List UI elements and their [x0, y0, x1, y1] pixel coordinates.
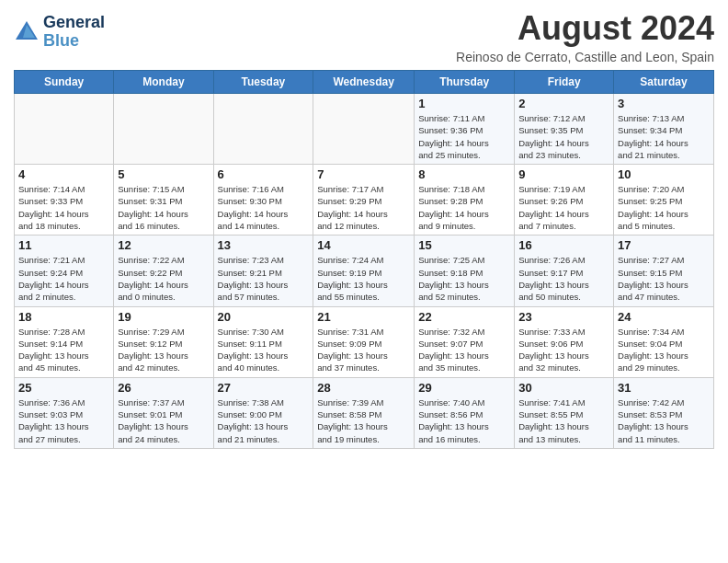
calendar-cell: 12Sunrise: 7:22 AM Sunset: 9:22 PM Dayli…: [114, 236, 213, 306]
day-of-week-header: Thursday: [415, 71, 515, 94]
day-info: Sunrise: 7:31 AM Sunset: 9:09 PM Dayligh…: [317, 326, 410, 374]
calendar-cell: 27Sunrise: 7:38 AM Sunset: 9:00 PM Dayli…: [213, 377, 313, 448]
calendar-cell: 23Sunrise: 7:33 AM Sunset: 9:06 PM Dayli…: [515, 306, 614, 377]
page-header: General Blue August 2024 Reinoso de Cerr…: [14, 9, 714, 64]
day-number: 13: [218, 238, 310, 252]
calendar-cell: 13Sunrise: 7:23 AM Sunset: 9:21 PM Dayli…: [213, 236, 313, 306]
day-number: 6: [218, 167, 310, 181]
day-number: 20: [218, 310, 310, 324]
day-number: 1: [418, 97, 510, 110]
day-of-week-header: Monday: [114, 71, 213, 94]
calendar-week-row: 25Sunrise: 7:36 AM Sunset: 9:03 PM Dayli…: [15, 377, 714, 448]
calendar-cell: 1Sunrise: 7:11 AM Sunset: 9:36 PM Daylig…: [415, 94, 515, 165]
header-row: SundayMondayTuesdayWednesdayThursdayFrid…: [15, 71, 714, 94]
calendar-cell: 17Sunrise: 7:27 AM Sunset: 9:15 PM Dayli…: [614, 236, 714, 306]
calendar-cell: 19Sunrise: 7:29 AM Sunset: 9:12 PM Dayli…: [114, 306, 213, 377]
day-number: 29: [418, 381, 510, 395]
day-info: Sunrise: 7:28 AM Sunset: 9:14 PM Dayligh…: [18, 326, 109, 374]
calendar-cell: 4Sunrise: 7:14 AM Sunset: 9:33 PM Daylig…: [15, 165, 114, 236]
day-info: Sunrise: 7:20 AM Sunset: 9:25 PM Dayligh…: [618, 183, 710, 232]
day-info: Sunrise: 7:12 AM Sunset: 9:35 PM Dayligh…: [518, 112, 609, 161]
day-info: Sunrise: 7:26 AM Sunset: 9:17 PM Dayligh…: [518, 254, 609, 303]
day-number: 3: [618, 97, 710, 110]
day-number: 9: [518, 167, 609, 181]
calendar-cell: 18Sunrise: 7:28 AM Sunset: 9:14 PM Dayli…: [15, 306, 114, 377]
day-number: 17: [618, 238, 710, 252]
day-info: Sunrise: 7:30 AM Sunset: 9:11 PM Dayligh…: [218, 326, 310, 374]
day-info: Sunrise: 7:14 AM Sunset: 9:33 PM Dayligh…: [18, 183, 109, 232]
day-info: Sunrise: 7:29 AM Sunset: 9:12 PM Dayligh…: [118, 326, 209, 374]
calendar-cell: [114, 94, 213, 165]
calendar-cell: [313, 94, 415, 165]
calendar-cell: 21Sunrise: 7:31 AM Sunset: 9:09 PM Dayli…: [313, 306, 415, 377]
day-info: Sunrise: 7:21 AM Sunset: 9:24 PM Dayligh…: [18, 254, 109, 303]
day-number: 30: [518, 381, 609, 395]
day-info: Sunrise: 7:13 AM Sunset: 9:34 PM Dayligh…: [618, 112, 710, 161]
logo-text: General Blue: [43, 14, 105, 51]
calendar-cell: 22Sunrise: 7:32 AM Sunset: 9:07 PM Dayli…: [415, 306, 515, 377]
day-number: 16: [518, 238, 609, 252]
calendar-cell: [213, 94, 313, 165]
day-info: Sunrise: 7:42 AM Sunset: 8:53 PM Dayligh…: [618, 396, 710, 445]
location: Reinoso de Cerrato, Castille and Leon, S…: [456, 50, 714, 64]
calendar-table: SundayMondayTuesdayWednesdayThursdayFrid…: [14, 70, 714, 449]
day-number: 2: [518, 97, 609, 110]
calendar-week-row: 18Sunrise: 7:28 AM Sunset: 9:14 PM Dayli…: [15, 306, 714, 377]
calendar-cell: 8Sunrise: 7:18 AM Sunset: 9:28 PM Daylig…: [415, 165, 515, 236]
day-info: Sunrise: 7:19 AM Sunset: 9:26 PM Dayligh…: [518, 183, 609, 232]
logo-icon: [14, 19, 40, 45]
logo-line1: General: [43, 14, 105, 32]
day-number: 24: [618, 310, 710, 324]
day-number: 19: [118, 310, 209, 324]
day-info: Sunrise: 7:33 AM Sunset: 9:06 PM Dayligh…: [518, 326, 609, 374]
calendar-cell: 2Sunrise: 7:12 AM Sunset: 9:35 PM Daylig…: [515, 94, 614, 165]
calendar-cell: 7Sunrise: 7:17 AM Sunset: 9:29 PM Daylig…: [313, 165, 415, 236]
day-info: Sunrise: 7:25 AM Sunset: 9:18 PM Dayligh…: [418, 254, 510, 303]
logo-line2: Blue: [43, 32, 105, 51]
calendar-cell: 10Sunrise: 7:20 AM Sunset: 9:25 PM Dayli…: [614, 165, 714, 236]
calendar-header: SundayMondayTuesdayWednesdayThursdayFrid…: [15, 71, 714, 94]
day-info: Sunrise: 7:17 AM Sunset: 9:29 PM Dayligh…: [317, 183, 410, 232]
day-info: Sunrise: 7:38 AM Sunset: 9:00 PM Dayligh…: [218, 396, 310, 445]
day-number: 15: [418, 238, 510, 252]
calendar-cell: 31Sunrise: 7:42 AM Sunset: 8:53 PM Dayli…: [614, 377, 714, 448]
day-info: Sunrise: 7:37 AM Sunset: 9:01 PM Dayligh…: [118, 396, 209, 445]
calendar-cell: 3Sunrise: 7:13 AM Sunset: 9:34 PM Daylig…: [614, 94, 714, 165]
day-number: 22: [418, 310, 510, 324]
day-number: 7: [317, 167, 410, 181]
calendar-cell: [15, 94, 114, 165]
calendar-cell: 29Sunrise: 7:40 AM Sunset: 8:56 PM Dayli…: [415, 377, 515, 448]
calendar-cell: 26Sunrise: 7:37 AM Sunset: 9:01 PM Dayli…: [114, 377, 213, 448]
day-of-week-header: Wednesday: [313, 71, 415, 94]
day-info: Sunrise: 7:36 AM Sunset: 9:03 PM Dayligh…: [18, 396, 109, 445]
day-of-week-header: Friday: [515, 71, 614, 94]
day-of-week-header: Saturday: [614, 71, 714, 94]
day-info: Sunrise: 7:27 AM Sunset: 9:15 PM Dayligh…: [618, 254, 710, 303]
calendar-week-row: 4Sunrise: 7:14 AM Sunset: 9:33 PM Daylig…: [15, 165, 714, 236]
calendar-cell: 28Sunrise: 7:39 AM Sunset: 8:58 PM Dayli…: [313, 377, 415, 448]
day-number: 26: [118, 381, 209, 395]
day-of-week-header: Tuesday: [213, 71, 313, 94]
calendar-cell: 25Sunrise: 7:36 AM Sunset: 9:03 PM Dayli…: [15, 377, 114, 448]
day-number: 4: [18, 167, 109, 181]
day-of-week-header: Sunday: [15, 71, 114, 94]
day-number: 11: [18, 238, 109, 252]
calendar-cell: 24Sunrise: 7:34 AM Sunset: 9:04 PM Dayli…: [614, 306, 714, 377]
day-info: Sunrise: 7:18 AM Sunset: 9:28 PM Dayligh…: [418, 183, 510, 232]
day-number: 27: [218, 381, 310, 395]
calendar-cell: 6Sunrise: 7:16 AM Sunset: 9:30 PM Daylig…: [213, 165, 313, 236]
day-info: Sunrise: 7:41 AM Sunset: 8:55 PM Dayligh…: [518, 396, 609, 445]
calendar-cell: 5Sunrise: 7:15 AM Sunset: 9:31 PM Daylig…: [114, 165, 213, 236]
day-info: Sunrise: 7:39 AM Sunset: 8:58 PM Dayligh…: [317, 396, 410, 445]
day-number: 5: [118, 167, 209, 181]
calendar-week-row: 1Sunrise: 7:11 AM Sunset: 9:36 PM Daylig…: [15, 94, 714, 165]
day-info: Sunrise: 7:16 AM Sunset: 9:30 PM Dayligh…: [218, 183, 310, 232]
calendar-cell: 14Sunrise: 7:24 AM Sunset: 9:19 PM Dayli…: [313, 236, 415, 306]
calendar-week-row: 11Sunrise: 7:21 AM Sunset: 9:24 PM Dayli…: [15, 236, 714, 306]
calendar-cell: 20Sunrise: 7:30 AM Sunset: 9:11 PM Dayli…: [213, 306, 313, 377]
day-info: Sunrise: 7:34 AM Sunset: 9:04 PM Dayligh…: [618, 326, 710, 374]
month-year: August 2024: [456, 9, 714, 48]
day-info: Sunrise: 7:40 AM Sunset: 8:56 PM Dayligh…: [418, 396, 510, 445]
day-number: 28: [317, 381, 410, 395]
calendar-body: 1Sunrise: 7:11 AM Sunset: 9:36 PM Daylig…: [15, 94, 714, 449]
